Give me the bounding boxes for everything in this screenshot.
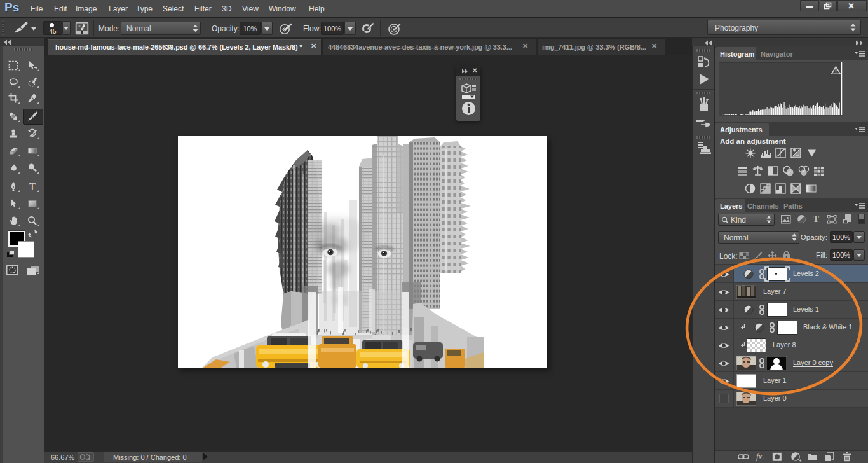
svg-text:T: T (29, 181, 36, 193)
